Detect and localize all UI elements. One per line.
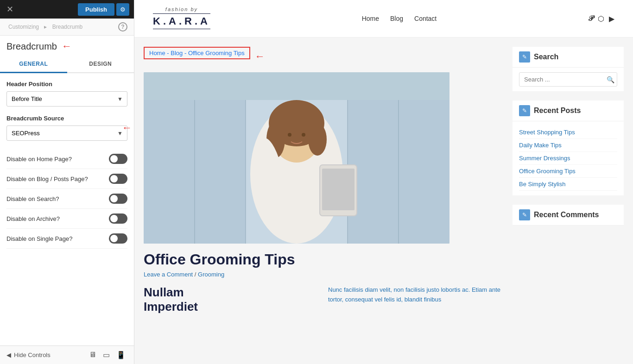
post-subtitle: Nullam Imperdiet [144,285,319,314]
svg-rect-18 [322,169,354,210]
search-widget-title: Search [534,53,558,61]
tablet-icon[interactable]: ▭ [101,350,112,360]
search-input[interactable] [519,72,617,87]
breadcrumb-row: Home - Blog - Office Grooming Tips ← [144,47,503,66]
post-meta-sep: / [195,271,196,278]
hide-controls-button[interactable]: ◀ Hide Controls [6,351,51,358]
recent-posts-icon: ✎ [519,105,530,116]
youtube-icon[interactable]: ▶ [609,14,614,23]
recent-comments-widget: ✎ Recent Comments [513,205,624,226]
toggle-row-single: Disable on Single Page? [6,229,127,249]
search-submit-button[interactable]: 🔍 [607,76,614,83]
list-item: Daily Make Tips [519,139,617,152]
recent-posts-list: Street Shopping Tips Daily Make Tips Sum… [513,121,624,195]
recent-posts-widget: ✎ Recent Posts Street Shopping Tips Dail… [513,100,624,195]
toggle-row-archive: Disable on Archive? [6,209,127,229]
search-widget: ✎ Search 🔍 [513,47,624,91]
breadcrumb-trail: Home - Blog - Office Grooming Tips [144,47,250,59]
gear-button[interactable]: ⚙ [116,3,129,16]
breadcrumb-source-label: Breadcrumb Source [6,115,127,122]
pinterest-icon[interactable]: 𝒫 [588,14,593,23]
toggle-row-blog: Disable on Blog / Posts Page? [6,169,127,189]
panel-title: Breadcrumb [6,41,57,52]
recent-comments-title: Recent Comments [534,211,599,219]
bottom-bar: ◀ Hide Controls 🖥 ▭ 📱 [0,345,134,364]
toggle-label-home: Disable on Home Page? [6,156,72,163]
publish-button[interactable]: Publish [78,3,114,16]
toggle-archive-slider [109,213,127,224]
back-icon: ◀ [6,351,11,358]
social-icons: 𝒫 ⬡ ▶ [588,14,614,23]
recent-post-link-4[interactable]: Office Grooming Tips [519,168,576,175]
post-category-link[interactable]: Grooming [198,271,224,278]
breadcrumb-post-link[interactable]: Office Grooming Tips [188,50,245,56]
toggle-label-search: Disable on Search? [6,195,59,202]
post-body-text: Nunc facilisis diam velit, non facilisis… [328,285,503,305]
instagram-icon[interactable]: ⬡ [598,14,604,23]
breadcrumb-home-link[interactable]: Home [149,50,165,56]
post-image-svg [144,72,449,244]
list-item: Street Shopping Tips [519,126,617,139]
breadcrumb-source-group: Breadcrumb Source SEOPress Yoast SEO Ran… [6,115,127,141]
mobile-icon[interactable]: 📱 [114,350,127,360]
search-widget-body: 🔍 [513,68,624,91]
post-meta: Leave a Comment / Grooming [144,271,503,278]
breadcrumb-sep2: - [184,50,188,56]
subtitle-line1: Nullam [144,285,184,299]
site-nav: Home Blog Contact [362,15,437,22]
recent-posts-title: Recent Posts [534,107,581,115]
nav-blog[interactable]: Blog [390,15,403,22]
svg-point-14 [288,133,291,137]
breadcrumb-source-select[interactable]: SEOPress Yoast SEO Rank Math [6,126,127,141]
search-input-wrapper: 🔍 [519,72,617,87]
toggle-search[interactable] [109,194,127,204]
post-body: Nullam Imperdiet Nunc facilisis diam vel… [144,285,503,314]
recent-post-link-5[interactable]: Be Simply Stylish [519,181,565,188]
recent-post-link-1[interactable]: Street Shopping Tips [519,129,575,136]
tab-design[interactable]: DESIGN [67,56,134,72]
toggle-label-blog: Disable on Blog / Posts Page? [6,176,88,182]
breadcrumb-blog-link[interactable]: Blog [171,50,183,56]
desktop-icon[interactable]: 🖥 [87,350,98,360]
close-button[interactable]: ✕ [5,2,15,16]
toggles-group: Disable on Home Page? Disable on Blog / … [6,149,127,249]
source-red-arrow: ← [122,122,132,134]
post-image-placeholder [144,72,449,244]
list-item: Office Grooming Tips [519,165,617,178]
nav-contact[interactable]: Contact [414,15,437,22]
toggle-archive[interactable] [109,213,127,224]
search-widget-icon: ✎ [519,51,530,63]
post-image [144,72,449,244]
toggle-home[interactable] [109,154,127,164]
header-position-label: Header Position [6,81,127,88]
logo-line-top [153,13,210,14]
main-post: Home - Blog - Office Grooming Tips ← [144,47,513,355]
post-comment-link[interactable]: Leave a Comment [144,271,193,278]
list-item: Be Simply Stylish [519,178,617,191]
toggle-blog[interactable] [109,174,127,184]
logo-fashion-text: fashion by [165,6,198,12]
header-position-select[interactable]: Before Title After Title [6,91,127,107]
tabs-row: GENERAL DESIGN [0,56,134,73]
toggle-single[interactable] [109,233,127,244]
recent-post-link-3[interactable]: Summer Dressings [519,155,570,162]
recent-comments-icon: ✎ [519,209,530,220]
device-icons: 🖥 ▭ 📱 [87,350,127,360]
title-arrow: ← [62,40,72,52]
toggle-row-search: Disable on Search? [6,189,127,209]
toggle-single-slider [109,233,127,244]
toggle-label-archive: Disable on Archive? [6,215,60,222]
customizer-panel: ✕ Publish ⚙ Customizing ▸ Breadcrumb ? B… [0,0,134,364]
site-header: fashion by K.A.R.A Home Blog Contact 𝒫 ⬡… [134,0,633,38]
help-icon[interactable]: ? [118,22,127,31]
main-content: fashion by K.A.R.A Home Blog Contact 𝒫 ⬡… [134,0,633,364]
site-logo: fashion by K.A.R.A [153,6,210,31]
tab-general[interactable]: GENERAL [0,56,67,73]
nav-home[interactable]: Home [362,15,379,22]
toggle-blog-slider [109,174,127,184]
recent-post-link-2[interactable]: Daily Make Tips [519,142,562,149]
breadcrumb-nav: Customizing ▸ Breadcrumb ? [0,19,134,36]
svg-point-15 [302,133,305,137]
toggle-row-home: Disable on Home Page? [6,149,127,169]
search-widget-title-row: ✎ Search [513,47,624,68]
